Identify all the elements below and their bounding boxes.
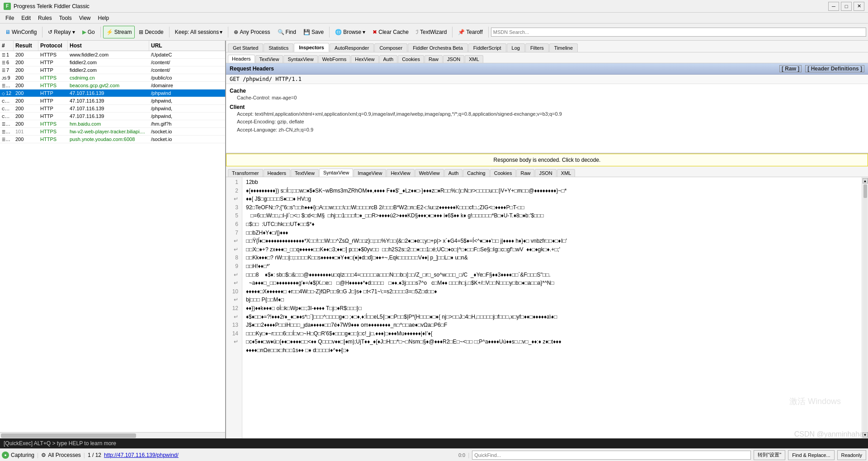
go-button[interactable]: ▶ Go xyxy=(79,26,98,38)
winconfig-button[interactable]: 🖥 WinConfig xyxy=(2,26,40,38)
session-row[interactable]: ☰22 200 HTTPS push.ynote.youdao.com:6008… xyxy=(0,136,225,143)
clear-cache-button[interactable]: ✖ Clear Cache xyxy=(369,26,412,38)
row-type-icon: ☰ xyxy=(2,61,5,65)
menu-rules[interactable]: Rules xyxy=(34,14,56,22)
session-row[interactable]: ☰11 200 HTTPS beacons.gcp.gvt2.com /doma… xyxy=(0,82,225,89)
menu-tools[interactable]: Tools xyxy=(56,14,75,22)
keep-sessions-button[interactable]: Keep: All sessions ▾ xyxy=(172,26,226,38)
session-row[interactable]: ◇12 200 HTTP 47.107.116.139 /phpwind xyxy=(0,89,225,97)
readonly-button[interactable]: Readonly xyxy=(837,450,866,460)
response-tab-webview[interactable]: WebView xyxy=(415,169,444,177)
request-tab-headers[interactable]: Headers xyxy=(228,55,255,63)
response-tab-xml[interactable]: XML xyxy=(557,169,576,177)
browse-button[interactable]: 🌐 Browse ▾ xyxy=(332,26,368,38)
tab-inspectors[interactable]: Inspectors xyxy=(294,43,329,52)
response-tab-raw[interactable]: Raw xyxy=(516,169,534,177)
request-tab-auth[interactable]: Auth xyxy=(379,55,398,63)
request-headers-panel: Request Headers [ Raw ] [ Header Definit… xyxy=(226,63,868,154)
all-processes-badge: ⚙ All Processes xyxy=(41,452,81,458)
response-tabs: TransformerHeadersTextViewSyntaxViewImag… xyxy=(226,166,868,177)
any-process-button[interactable]: ⊕ Any Process xyxy=(231,26,273,38)
request-tab-xml[interactable]: XML xyxy=(465,55,483,63)
header-definitions-link[interactable]: [ Header Definitions ] xyxy=(805,65,864,72)
session-row[interactable]: JS9 200 HTTPS csdnimg.cn /public/co xyxy=(0,74,225,82)
response-tab-caching[interactable]: Caching xyxy=(463,169,489,177)
maximize-button[interactable]: □ xyxy=(841,2,852,11)
scroll-track[interactable] xyxy=(863,184,868,431)
tab-composer[interactable]: Composer xyxy=(374,43,407,52)
request-tab-textview[interactable]: TextView xyxy=(255,55,283,63)
minimize-button[interactable]: ─ xyxy=(828,2,839,11)
menu-help[interactable]: Help xyxy=(94,14,113,22)
tab-fiddlerscript[interactable]: FiddlerScript xyxy=(468,43,506,52)
response-body[interactable]: 12↵3567↵↵89↵↵10↵12↵1314↵ 12bb♦{♦♦♦♦♦♦♦♦♦… xyxy=(226,177,868,438)
session-row[interactable]: CSS15 200 HTTP 47.107.116.139 /phpwind, xyxy=(0,113,225,120)
request-tab-syntaxview[interactable]: SyntaxView xyxy=(283,55,317,63)
tab-timeline[interactable]: Timeline xyxy=(549,43,578,52)
request-tab-json[interactable]: JSON xyxy=(443,55,464,63)
replay-dropdown-icon: ▾ xyxy=(72,29,75,35)
scroll-down-arrow[interactable]: ▼ xyxy=(863,432,868,437)
request-tab-webforms[interactable]: WebForms xyxy=(318,55,351,63)
msdn-search-input[interactable] xyxy=(491,28,866,37)
response-tab-headers[interactable]: Headers xyxy=(264,169,291,177)
scroll-up-arrow[interactable]: ▲ xyxy=(863,178,868,183)
right-scrollbar[interactable]: ▲ ▼ xyxy=(862,177,868,438)
close-button[interactable]: ✕ xyxy=(854,2,864,11)
response-tab-imageview[interactable]: ImageView xyxy=(354,169,386,177)
cell-protocol: HTTP xyxy=(38,66,68,74)
response-tab-cookies[interactable]: Cookies xyxy=(490,169,516,177)
save-button[interactable]: 💾 Save xyxy=(300,26,327,38)
response-tab-auth[interactable]: Auth xyxy=(444,169,463,177)
session-count: 1 / 12 xyxy=(88,452,101,458)
winconfig-icon: 🖥 xyxy=(5,29,10,35)
quickfind-input[interactable] xyxy=(472,451,751,460)
stream-button[interactable]: ⚡ Stream xyxy=(103,26,135,38)
cell-url: /phpwind, xyxy=(149,105,225,112)
response-tab-hexview[interactable]: HexView xyxy=(387,169,414,177)
session-scroll-horizontal[interactable] xyxy=(0,432,225,438)
tab-get-started[interactable]: Get Started xyxy=(228,43,263,52)
tab-fiddler-orchestra-beta[interactable]: Fiddler Orchestra Beta xyxy=(408,43,468,52)
cell-url: /phpwind xyxy=(149,89,225,97)
header-section-title: Cache xyxy=(230,88,864,94)
session-row[interactable]: ☰7 200 HTTP fiddler2.com /content/ xyxy=(0,66,225,74)
menu-view[interactable]: View xyxy=(75,14,94,22)
scroll-thumb-vertical[interactable] xyxy=(863,184,867,198)
request-tab-cookies[interactable]: Cookies xyxy=(398,55,424,63)
response-tab-json[interactable]: JSON xyxy=(535,169,556,177)
response-tab-transformer[interactable]: Transformer xyxy=(228,169,263,177)
session-scroll-thumb[interactable] xyxy=(1,433,136,438)
request-tab-raw[interactable]: Raw xyxy=(425,55,443,63)
menu-file[interactable]: File xyxy=(2,14,18,22)
session-header: # Result Protocol Host URL xyxy=(0,41,225,51)
toolbar: 🖥 WinConfig ↺ Replay ▾ ▶ Go ⚡ Stream ⊞ D… xyxy=(0,24,868,41)
text-wizard-button[interactable]: ℐ TextWizard xyxy=(413,26,450,38)
session-row[interactable]: ☰1 200 HTTPS www.fiddler2.com /UpdateC xyxy=(0,51,225,59)
tab-autoresponder[interactable]: AutoResponder xyxy=(330,43,374,52)
session-list[interactable]: ☰1 200 HTTPS www.fiddler2.com /UpdateC ☰… xyxy=(0,51,225,432)
session-row[interactable]: CSS14 200 HTTP 47.107.116.139 /phpwind, xyxy=(0,105,225,113)
request-tab-hexview[interactable]: HexView xyxy=(351,55,378,63)
col-header-url: URL xyxy=(149,41,225,51)
response-tab-syntaxview[interactable]: SyntaxView xyxy=(319,169,353,177)
menu-edit[interactable]: Edit xyxy=(18,14,34,22)
cell-host: hw-v2-web-player-tracker.biliapi.... xyxy=(68,128,149,135)
encoded-banner[interactable]: Response body is encoded. Click to decod… xyxy=(226,154,868,166)
tab-statistics[interactable]: Statistics xyxy=(264,43,293,52)
cell-result: 200 xyxy=(14,66,38,74)
raw-link[interactable]: [ Raw ] xyxy=(779,65,802,72)
replay-button[interactable]: ↺ Replay ▾ xyxy=(45,26,78,38)
decode-button[interactable]: ⊞ Decode xyxy=(136,26,166,38)
session-row[interactable]: ☰21 101 HTTPS hw-v2-web-player-tracker.b… xyxy=(0,128,225,136)
session-row[interactable]: CSS13 200 HTTP 47.107.116.139 /phpwind, xyxy=(0,97,225,105)
session-row[interactable]: ☰19 200 HTTPS hm.baidu.com /hm.gif?h xyxy=(0,120,225,128)
tearoff-button[interactable]: 📌 Tearoff xyxy=(455,26,486,38)
find-replace-button[interactable]: Find & Replace... xyxy=(788,450,834,460)
settings-button[interactable]: 转到"设置" xyxy=(754,450,785,460)
tab-log[interactable]: Log xyxy=(507,43,525,52)
find-button[interactable]: 🔍 Find xyxy=(274,26,299,38)
session-row[interactable]: ☰6 200 HTTP fiddler2.com /content/ xyxy=(0,59,225,66)
tab-filters[interactable]: Filters xyxy=(525,43,549,52)
response-tab-textview[interactable]: TextView xyxy=(291,169,319,177)
